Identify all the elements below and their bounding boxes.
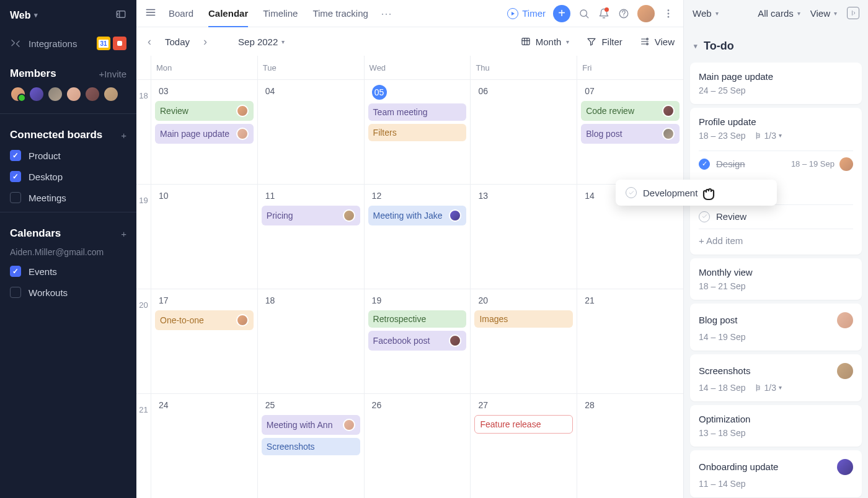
menu-icon[interactable]	[145, 7, 156, 20]
event-chip[interactable]: Meeting with Ann	[262, 415, 360, 435]
avatar[interactable]	[47, 86, 63, 102]
period-selector[interactable]: Sep 2022▾	[238, 37, 285, 47]
calendar-item[interactable]: Events	[0, 261, 136, 282]
checkbox-icon[interactable]	[10, 266, 21, 277]
calendar-cell[interactable]: 24	[151, 394, 257, 498]
checkbox-icon[interactable]	[10, 192, 21, 203]
month-view-selector[interactable]: Month▾	[521, 37, 570, 47]
todo-card[interactable]: Screenshots 14 – 18 Sep1/3▾	[690, 354, 862, 401]
tab-calendar[interactable]: Calendar	[208, 1, 248, 27]
calendar-cell[interactable]: 25 Meeting with Ann Screenshots	[257, 394, 364, 498]
calendar-cell[interactable]: 26	[364, 394, 471, 498]
add-subtask-button[interactable]: + Add item	[699, 229, 853, 246]
view-options-button[interactable]: View	[640, 37, 675, 47]
board-item[interactable]: Product	[0, 145, 136, 166]
member-avatars[interactable]	[0, 84, 136, 110]
svg-rect-0	[117, 11, 125, 18]
workspace-selector[interactable]: Web▾	[10, 10, 38, 21]
checkbox-icon[interactable]	[10, 150, 21, 161]
timer-button[interactable]: Timer	[507, 8, 546, 19]
event-chip[interactable]: Team meeting	[368, 103, 467, 121]
tab-timeline[interactable]: Timeline	[263, 1, 298, 27]
calendar-cell[interactable]: 28	[577, 394, 683, 498]
avatar[interactable]	[84, 86, 100, 102]
subtask-item[interactable]: Review	[699, 204, 853, 229]
panel-workspace-selector[interactable]: Web▾	[693, 8, 719, 19]
checkbox-icon[interactable]	[626, 187, 637, 198]
avatar	[343, 419, 355, 431]
calendar-cell[interactable]: 17 One-to-one	[151, 289, 257, 393]
profile-avatar[interactable]	[637, 5, 655, 22]
add-calendar-button[interactable]: +	[121, 229, 126, 239]
week-number: 18	[136, 79, 151, 184]
event-chip[interactable]: Screenshots	[262, 438, 360, 455]
calendar-cell[interactable]: 19 Retrospective Facebook post	[364, 289, 471, 393]
help-icon[interactable]	[618, 7, 630, 20]
checkbox-icon[interactable]	[10, 171, 21, 182]
calendar-cell[interactable]: 04	[257, 80, 364, 184]
calendar-cell[interactable]: 18	[257, 289, 364, 393]
avatar[interactable]	[29, 86, 45, 102]
panel-view-selector[interactable]: View▾	[810, 8, 837, 19]
today-button[interactable]: Today	[165, 37, 190, 47]
event-chip[interactable]: Review	[155, 101, 254, 121]
event-chip[interactable]: Main page update	[155, 124, 254, 144]
event-chip[interactable]: Filters	[368, 124, 467, 141]
event-chip[interactable]: Code review	[581, 101, 680, 121]
calendar-cell[interactable]: 27 Feature release	[470, 394, 577, 498]
checkbox-icon[interactable]	[699, 211, 710, 222]
calendar-label: Workouts	[29, 287, 68, 298]
tab-board[interactable]: Board	[169, 1, 193, 27]
board-item[interactable]: Meetings	[0, 187, 136, 208]
calendar-cell[interactable]: 03 Review Main page update	[151, 80, 257, 184]
dragged-subtask[interactable]: Development	[616, 180, 777, 206]
calendar-cell[interactable]: 20 Images	[470, 289, 577, 393]
subtask-item[interactable]: Design 18 – 19 Sep	[699, 151, 853, 177]
event-chip[interactable]: Blog post	[581, 124, 680, 144]
calendar-cell[interactable]: 10	[151, 185, 257, 289]
avatar[interactable]	[103, 86, 119, 102]
invite-button[interactable]: +Invite	[99, 69, 126, 79]
todo-card[interactable]: Onboarding update 11 – 14 Sep	[690, 450, 862, 497]
calendar-cell[interactable]: 05 Team meeting Filters	[364, 80, 471, 184]
todo-card[interactable]: Monthly view 18 – 21 Sep	[690, 258, 862, 300]
event-chip[interactable]: One-to-one	[155, 310, 254, 330]
prev-month-button[interactable]: ‹	[145, 33, 154, 51]
sidebar-collapse-icon[interactable]	[115, 9, 126, 22]
event-chip[interactable]: Retrospective	[368, 310, 467, 328]
board-item[interactable]: Desktop	[0, 166, 136, 187]
calendar-cell[interactable]: 06	[470, 80, 577, 184]
todo-card[interactable]: Blog post 14 – 19 Sep	[690, 304, 862, 351]
next-month-button[interactable]: ›	[201, 33, 210, 51]
calendar-item[interactable]: Workouts	[0, 282, 136, 303]
avatar[interactable]	[10, 86, 26, 102]
calendar-cell[interactable]: 12 Meeting with Jake	[364, 185, 471, 289]
calendar-cell[interactable]: 13	[470, 185, 577, 289]
add-board-button[interactable]: +	[121, 130, 126, 141]
filter-button[interactable]: Filter	[587, 37, 622, 47]
calendar-cell[interactable]: 11 Pricing	[257, 185, 364, 289]
avatar	[837, 312, 853, 328]
todo-card[interactable]: Optimization 13 – 18 Sep	[690, 405, 862, 447]
bell-icon[interactable]	[598, 7, 610, 20]
panel-filter-selector[interactable]: All cards▾	[758, 8, 800, 19]
kebab-icon[interactable]	[662, 7, 675, 20]
todo-section-toggle[interactable]: ▾ To-do	[684, 27, 868, 59]
calendar-cell[interactable]: 21	[577, 289, 683, 393]
event-chip[interactable]: Facebook post	[368, 331, 467, 351]
more-icon[interactable]: ⋯	[381, 7, 392, 20]
event-chip[interactable]: Images	[474, 310, 573, 328]
todo-card[interactable]: Main page update 24 – 25 Sep	[690, 63, 862, 104]
checkbox-icon[interactable]	[699, 159, 710, 170]
integrations-button[interactable]: Integrations	[0, 30, 136, 56]
search-icon[interactable]	[578, 7, 590, 20]
avatar[interactable]	[66, 86, 82, 102]
event-chip[interactable]: Meeting with Jake	[368, 206, 467, 225]
tab-time-tracking[interactable]: Time tracking	[312, 1, 368, 27]
add-button[interactable]: +	[553, 5, 570, 22]
event-chip[interactable]: Feature release	[474, 415, 573, 434]
event-chip[interactable]: Pricing	[262, 206, 360, 225]
panel-collapse-icon[interactable]	[847, 7, 859, 19]
calendar-cell[interactable]: 07 Code review Blog post	[577, 80, 683, 184]
checkbox-icon[interactable]	[10, 287, 21, 298]
